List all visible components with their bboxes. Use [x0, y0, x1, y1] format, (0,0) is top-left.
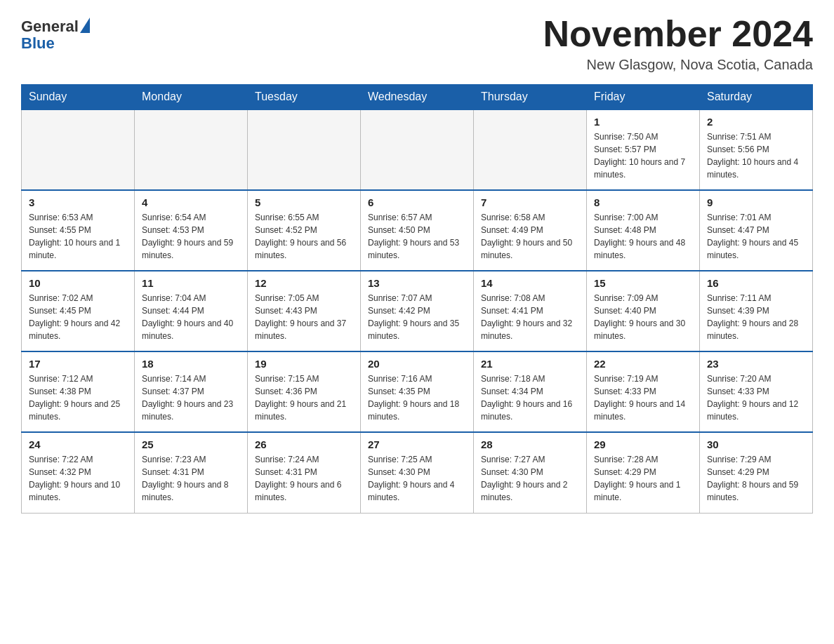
- day-info: Sunrise: 7:14 AMSunset: 4:37 PMDaylight:…: [142, 373, 240, 423]
- day-info: Sunrise: 7:19 AMSunset: 4:33 PMDaylight:…: [594, 373, 692, 423]
- day-number: 13: [368, 277, 466, 289]
- day-number: 12: [255, 277, 353, 289]
- weekday-header-row: Sunday Monday Tuesday Wednesday Thursday…: [22, 85, 813, 110]
- calendar-cell-w0-d4: [474, 109, 587, 190]
- day-number: 25: [142, 438, 240, 450]
- calendar-cell-w4-d2: 26Sunrise: 7:24 AMSunset: 4:31 PMDayligh…: [248, 432, 361, 513]
- day-info: Sunrise: 7:28 AMSunset: 4:29 PMDaylight:…: [594, 453, 692, 504]
- calendar-cell-w1-d4: 7Sunrise: 6:58 AMSunset: 4:49 PMDaylight…: [474, 190, 587, 271]
- title-area: November 2024 New Glasgow, Nova Scotia, …: [543, 14, 813, 73]
- calendar-cell-w1-d1: 4Sunrise: 6:54 AMSunset: 4:53 PMDaylight…: [135, 190, 248, 271]
- calendar-cell-w3-d4: 21Sunrise: 7:18 AMSunset: 4:34 PMDayligh…: [474, 351, 587, 432]
- calendar-cell-w4-d1: 25Sunrise: 7:23 AMSunset: 4:31 PMDayligh…: [135, 432, 248, 513]
- calendar-cell-w2-d4: 14Sunrise: 7:08 AMSunset: 4:41 PMDayligh…: [474, 271, 587, 351]
- calendar-cell-w4-d6: 30Sunrise: 7:29 AMSunset: 4:29 PMDayligh…: [700, 432, 813, 513]
- logo-triangle-icon: [80, 18, 90, 33]
- header-monday: Monday: [135, 85, 248, 110]
- day-number: 19: [255, 358, 353, 370]
- calendar-row-3: 17Sunrise: 7:12 AMSunset: 4:38 PMDayligh…: [22, 351, 813, 432]
- header-thursday: Thursday: [474, 85, 587, 110]
- day-info: Sunrise: 7:16 AMSunset: 4:35 PMDaylight:…: [368, 373, 466, 423]
- calendar-cell-w4-d0: 24Sunrise: 7:22 AMSunset: 4:32 PMDayligh…: [22, 432, 135, 513]
- calendar-cell-w2-d5: 15Sunrise: 7:09 AMSunset: 4:40 PMDayligh…: [587, 271, 700, 351]
- day-info: Sunrise: 7:07 AMSunset: 4:42 PMDaylight:…: [368, 292, 466, 342]
- day-info: Sunrise: 7:18 AMSunset: 4:34 PMDaylight:…: [481, 373, 579, 423]
- calendar-cell-w2-d1: 11Sunrise: 7:04 AMSunset: 4:44 PMDayligh…: [135, 271, 248, 351]
- day-info: Sunrise: 7:11 AMSunset: 4:39 PMDaylight:…: [707, 292, 805, 342]
- day-number: 22: [594, 358, 692, 370]
- calendar-cell-w0-d1: [135, 109, 248, 190]
- day-number: 15: [594, 277, 692, 289]
- header-friday: Friday: [587, 85, 700, 110]
- day-number: 5: [255, 196, 353, 208]
- calendar-cell-w3-d1: 18Sunrise: 7:14 AMSunset: 4:37 PMDayligh…: [135, 351, 248, 432]
- day-number: 1: [594, 116, 692, 128]
- day-number: 3: [29, 196, 127, 208]
- calendar-cell-w1-d5: 8Sunrise: 7:00 AMSunset: 4:48 PMDaylight…: [587, 190, 700, 271]
- calendar-cell-w3-d6: 23Sunrise: 7:20 AMSunset: 4:33 PMDayligh…: [700, 351, 813, 432]
- day-info: Sunrise: 6:53 AMSunset: 4:55 PMDaylight:…: [29, 211, 127, 262]
- logo: General Blue: [21, 14, 90, 52]
- header-wednesday: Wednesday: [361, 85, 474, 110]
- day-number: 20: [368, 358, 466, 370]
- day-number: 2: [707, 116, 805, 128]
- day-number: 30: [707, 438, 805, 450]
- day-number: 21: [481, 358, 579, 370]
- day-info: Sunrise: 7:22 AMSunset: 4:32 PMDaylight:…: [29, 453, 127, 504]
- calendar-cell-w0-d3: [361, 109, 474, 190]
- logo-general: General: [21, 18, 79, 35]
- day-info: Sunrise: 7:09 AMSunset: 4:40 PMDaylight:…: [594, 292, 692, 342]
- day-info: Sunrise: 7:02 AMSunset: 4:45 PMDaylight:…: [29, 292, 127, 342]
- calendar-cell-w0-d5: 1Sunrise: 7:50 AMSunset: 5:57 PMDaylight…: [587, 109, 700, 190]
- day-number: 23: [707, 358, 805, 370]
- day-info: Sunrise: 7:00 AMSunset: 4:48 PMDaylight:…: [594, 211, 692, 262]
- day-info: Sunrise: 7:08 AMSunset: 4:41 PMDaylight:…: [481, 292, 579, 342]
- day-info: Sunrise: 7:25 AMSunset: 4:30 PMDaylight:…: [368, 453, 466, 504]
- calendar-row-0: 1Sunrise: 7:50 AMSunset: 5:57 PMDaylight…: [22, 109, 813, 190]
- day-info: Sunrise: 7:24 AMSunset: 4:31 PMDaylight:…: [255, 453, 353, 504]
- day-info: Sunrise: 7:27 AMSunset: 4:30 PMDaylight:…: [481, 453, 579, 504]
- calendar-cell-w3-d5: 22Sunrise: 7:19 AMSunset: 4:33 PMDayligh…: [587, 351, 700, 432]
- day-number: 27: [368, 438, 466, 450]
- calendar-cell-w1-d0: 3Sunrise: 6:53 AMSunset: 4:55 PMDaylight…: [22, 190, 135, 271]
- day-number: 28: [481, 438, 579, 450]
- calendar-cell-w1-d2: 5Sunrise: 6:55 AMSunset: 4:52 PMDaylight…: [248, 190, 361, 271]
- calendar-cell-w0-d6: 2Sunrise: 7:51 AMSunset: 5:56 PMDaylight…: [700, 109, 813, 190]
- day-number: 26: [255, 438, 353, 450]
- day-number: 24: [29, 438, 127, 450]
- calendar-cell-w4-d5: 29Sunrise: 7:28 AMSunset: 4:29 PMDayligh…: [587, 432, 700, 513]
- day-number: 9: [707, 196, 805, 208]
- day-info: Sunrise: 7:20 AMSunset: 4:33 PMDaylight:…: [707, 373, 805, 423]
- day-number: 4: [142, 196, 240, 208]
- calendar-row-1: 3Sunrise: 6:53 AMSunset: 4:55 PMDaylight…: [22, 190, 813, 271]
- day-info: Sunrise: 7:05 AMSunset: 4:43 PMDaylight:…: [255, 292, 353, 342]
- calendar-row-2: 10Sunrise: 7:02 AMSunset: 4:45 PMDayligh…: [22, 271, 813, 351]
- day-info: Sunrise: 7:01 AMSunset: 4:47 PMDaylight:…: [707, 211, 805, 262]
- calendar-cell-w3-d3: 20Sunrise: 7:16 AMSunset: 4:35 PMDayligh…: [361, 351, 474, 432]
- page-header: General Blue November 2024 New Glasgow, …: [21, 14, 813, 73]
- header-tuesday: Tuesday: [248, 85, 361, 110]
- day-info: Sunrise: 6:58 AMSunset: 4:49 PMDaylight:…: [481, 211, 579, 262]
- location-subtitle: New Glasgow, Nova Scotia, Canada: [543, 57, 813, 73]
- day-number: 6: [368, 196, 466, 208]
- calendar-cell-w3-d0: 17Sunrise: 7:12 AMSunset: 4:38 PMDayligh…: [22, 351, 135, 432]
- day-info: Sunrise: 7:29 AMSunset: 4:29 PMDaylight:…: [707, 453, 805, 504]
- month-title: November 2024: [543, 14, 813, 54]
- day-info: Sunrise: 7:23 AMSunset: 4:31 PMDaylight:…: [142, 453, 240, 504]
- calendar-cell-w1-d6: 9Sunrise: 7:01 AMSunset: 4:47 PMDaylight…: [700, 190, 813, 271]
- calendar-table: Sunday Monday Tuesday Wednesday Thursday…: [21, 84, 813, 514]
- day-number: 16: [707, 277, 805, 289]
- calendar-cell-w0-d2: [248, 109, 361, 190]
- calendar-cell-w1-d3: 6Sunrise: 6:57 AMSunset: 4:50 PMDaylight…: [361, 190, 474, 271]
- day-info: Sunrise: 7:50 AMSunset: 5:57 PMDaylight:…: [594, 130, 692, 181]
- day-number: 10: [29, 277, 127, 289]
- day-number: 8: [594, 196, 692, 208]
- day-number: 18: [142, 358, 240, 370]
- day-info: Sunrise: 6:57 AMSunset: 4:50 PMDaylight:…: [368, 211, 466, 262]
- day-number: 29: [594, 438, 692, 450]
- day-number: 11: [142, 277, 240, 289]
- day-number: 14: [481, 277, 579, 289]
- header-saturday: Saturday: [700, 85, 813, 110]
- logo-blue: Blue: [21, 35, 90, 52]
- day-info: Sunrise: 6:55 AMSunset: 4:52 PMDaylight:…: [255, 211, 353, 262]
